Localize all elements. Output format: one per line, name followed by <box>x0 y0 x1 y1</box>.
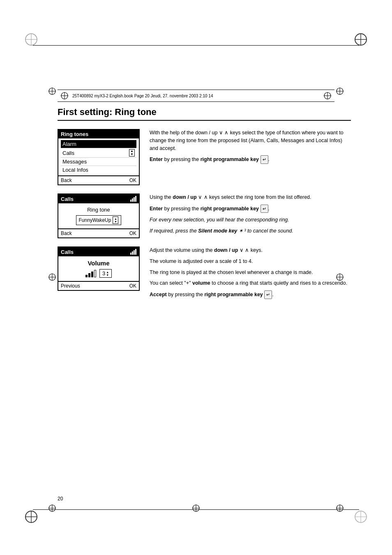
desc3-p4: You can select "+" volume to choose a ri… <box>150 279 351 287</box>
header-text: 25T400892 myX3-2 English.book Page 20 Je… <box>72 94 213 98</box>
desc3-p2: The volume is adjusted over a scale of 1… <box>150 258 351 265</box>
description-block-3: Adjust the volume using the down / up ∨ … <box>150 246 351 302</box>
desc2-p4: If required, press the Silent mode key ✶… <box>150 227 351 235</box>
key-symbol-2: ↵ <box>261 205 268 213</box>
bar-2 <box>88 273 90 277</box>
desc3-p1: Adjust the volume using the down / up ∨ … <box>150 246 351 254</box>
bar-3 <box>91 272 93 277</box>
page-title: First setting: Ring tone <box>58 107 351 121</box>
content-row-2: Calls Ring tone FunnyWakeUp ▲ ▼ <box>58 193 351 238</box>
reg-mark-bottom-left <box>24 509 39 525</box>
desc3-p5: Accept by pressing the right programmabl… <box>150 290 351 299</box>
key-symbol-1: ↵ <box>261 155 268 164</box>
volume-number-box: 3 ▲ ▼ <box>99 269 112 278</box>
footer-ok-3: OK <box>129 283 136 289</box>
footer-back-2: Back <box>61 230 72 236</box>
desc1-p2: Enter by pressing the right programmable… <box>150 155 351 164</box>
key-symbol-3: ↵ <box>264 290 272 299</box>
desc1-p1: With the help of the down / up ∨ ∧ keys … <box>150 129 351 152</box>
footer-ok-1: OK <box>129 177 136 183</box>
svg-rect-20 <box>134 197 135 202</box>
screen-calls-ring-header: Calls <box>58 194 139 203</box>
screen-item-alarm: Alarm <box>61 140 136 148</box>
svg-rect-18 <box>130 200 131 202</box>
screen-calls-volume-body: Volume 3 ▲ ▼ <box>58 256 139 281</box>
signal-icon <box>130 196 136 202</box>
volume-bars <box>85 270 96 277</box>
footer-ok-2: OK <box>129 230 136 236</box>
cross-left-header <box>48 87 57 97</box>
screen-item-local-infos: Local Infos <box>61 166 136 174</box>
screen-calls-ring-footer: Back OK <box>58 228 139 237</box>
svg-rect-22 <box>130 253 131 255</box>
content-row-1: Ring tones Alarm Calls ▲ ▼ Messages Loca… <box>58 129 351 185</box>
screen-ring-tones-header: Ring tones <box>58 130 139 138</box>
cross-left-bottom <box>48 504 57 514</box>
volume-label: Volume <box>61 258 136 267</box>
svg-rect-23 <box>132 251 133 255</box>
bar-1 <box>85 275 88 277</box>
screen-ring-tones-body: Alarm Calls ▲ ▼ Messages Local Infos <box>58 138 139 175</box>
screen-calls-volume-footer: Previous OK <box>58 281 139 290</box>
ring-tone-label: Ring tone <box>61 205 136 214</box>
screen-calls-volume: Calls Volume <box>58 246 140 291</box>
top-border <box>33 45 359 46</box>
footer-back-1: Back <box>61 177 72 183</box>
main-content: First setting: Ring tone Ring tones Alar… <box>58 107 351 311</box>
screen-calls-ring-body: Ring tone FunnyWakeUp ▲ ▼ <box>58 203 139 228</box>
cross-center-bottom <box>191 504 201 514</box>
reg-mark-top-left <box>24 32 39 48</box>
screen-item-messages: Messages <box>61 158 136 166</box>
cross-right-header <box>335 87 344 97</box>
description-block-1: With the help of the down / up ∨ ∧ keys … <box>150 129 351 167</box>
screen-item-calls: Calls ▲ ▼ <box>61 148 136 158</box>
description-block-2: Using the down / up ∨ ∧ keys select the … <box>150 193 351 238</box>
ring-tone-value: FunnyWakeUp ▲ ▼ <box>76 215 122 225</box>
desc2-p1: Using the down / up ∨ ∧ keys select the … <box>150 193 351 201</box>
desc3-p3: The ring tone is played at the chosen le… <box>150 269 351 276</box>
content-row-3: Calls Volume <box>58 246 351 302</box>
desc2-p2: Enter by pressing the right programmable… <box>150 205 351 213</box>
footer-previous: Previous <box>61 283 80 289</box>
volume-bars-row: 3 ▲ ▼ <box>61 267 136 279</box>
cross-right-mid <box>335 272 344 283</box>
cross-left-mid <box>48 272 57 283</box>
signal-icon-2 <box>130 249 136 255</box>
ring-scroll-indicator: ▲ ▼ <box>113 216 118 224</box>
svg-rect-25 <box>135 249 136 255</box>
page-number: 20 <box>58 496 63 502</box>
cross-right-bottom <box>335 504 344 514</box>
page-header-bar: 25T400892 myX3-2 English.book Page 20 Je… <box>58 90 334 102</box>
svg-rect-21 <box>135 196 136 202</box>
screen-calls-volume-header: Calls <box>58 247 139 256</box>
screen-ring-tones-footer: Back OK <box>58 175 139 184</box>
svg-rect-19 <box>132 198 133 202</box>
screen-calls-ring: Calls Ring tone FunnyWakeUp ▲ ▼ <box>58 193 140 238</box>
screen-ring-tones: Ring tones Alarm Calls ▲ ▼ Messages Loca… <box>58 129 140 185</box>
svg-rect-24 <box>134 250 135 255</box>
reg-mark-bottom-right <box>353 509 368 525</box>
scroll-indicator: ▲ ▼ <box>129 149 135 157</box>
reg-mark-top-right <box>353 32 368 48</box>
bar-4 <box>94 270 96 277</box>
desc2-p3: For every new selection, you will hear t… <box>150 216 351 224</box>
